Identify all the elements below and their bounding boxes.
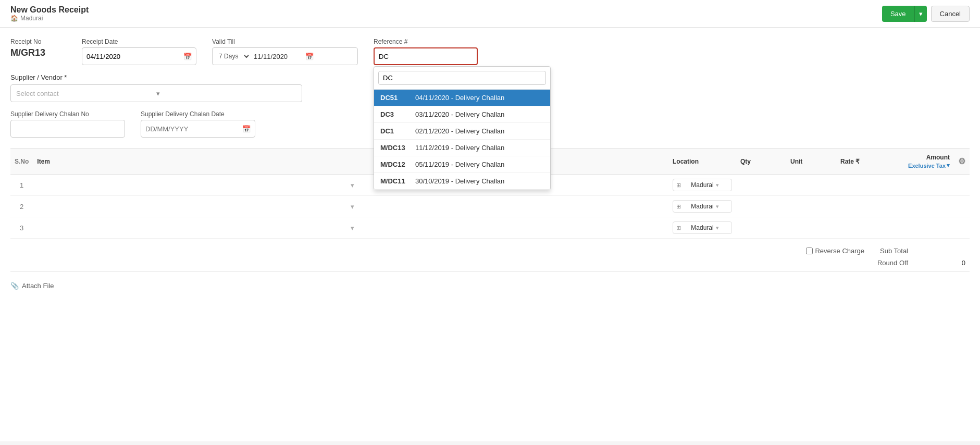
cell-rate: [836, 175, 891, 196]
delivery-chalan-no-label: Supplier Delivery Chalan No: [10, 110, 125, 118]
col-location: Location: [668, 149, 736, 175]
ref-item[interactable]: DC303/11/2020 - Delivery Challan: [374, 106, 550, 123]
ref-item[interactable]: M/DC1311/12/2019 - Delivery Challan: [374, 140, 550, 156]
rate-input-0[interactable]: [840, 181, 887, 190]
cell-location: ⊞ Madurai ▾: [668, 196, 736, 217]
delivery-chalan-no-input[interactable]: [10, 120, 125, 138]
top-bar-left: New Goods Receipt 🏠 Madurai: [10, 5, 89, 22]
save-dropdown-button[interactable]: ▾: [914, 6, 927, 22]
item-chevron-icon: ▾: [351, 203, 664, 211]
receipt-date-group: Receipt Date 📅: [82, 38, 196, 65]
delivery-chalan-date-field[interactable]: [145, 125, 242, 133]
ref-search-input[interactable]: [378, 71, 546, 85]
ref-item-detail: 04/11/2020 - Delivery Challan: [415, 94, 504, 102]
reference-input-box[interactable]: [374, 47, 478, 65]
location-select-0[interactable]: ⊞ Madurai ▾: [673, 179, 732, 191]
table-gear-icon[interactable]: ⚙: [958, 157, 965, 166]
cell-qty: [736, 217, 786, 239]
valid-till-days-select[interactable]: 7 Days 14 Days 30 Days: [217, 52, 251, 60]
save-button[interactable]: Save: [882, 6, 914, 22]
ref-item-detail: 02/11/2020 - Delivery Challan: [415, 127, 504, 135]
rate-input-1[interactable]: [840, 202, 887, 211]
cell-gear: [954, 196, 970, 217]
amount-label: Amount: [926, 154, 950, 161]
cell-item: ▾: [33, 175, 668, 196]
ref-item[interactable]: DC5104/11/2020 - Delivery Challan: [374, 90, 550, 106]
item-select-2[interactable]: ▾: [37, 224, 664, 232]
col-rate: Rate ₹: [836, 149, 891, 175]
cell-item: ▾: [33, 196, 668, 217]
item-select-1[interactable]: ▾: [37, 203, 664, 211]
cell-amount: [891, 217, 954, 239]
cell-unit: [786, 196, 836, 217]
reference-group: Reference # DC5104/11/2020 - Delivery Ch…: [374, 38, 478, 65]
valid-till-date: 11/11/2020: [254, 53, 302, 60]
reverse-charge-checkbox[interactable]: [806, 248, 813, 254]
location-chevron-icon: ▾: [716, 182, 728, 189]
unit-input-1[interactable]: [790, 202, 832, 211]
receipt-date-calendar-icon[interactable]: 📅: [183, 53, 192, 60]
ref-item-code: M/DC12: [380, 160, 409, 168]
supplier-select[interactable]: Select contact ▾: [10, 84, 302, 102]
ref-item-detail: 30/10/2019 - Delivery Challan: [415, 177, 504, 185]
col-qty: Qty: [736, 149, 786, 175]
location-chevron-icon: ▾: [716, 203, 728, 210]
ref-search-container: [374, 67, 550, 90]
exclusive-tax-toggle[interactable]: Exclusive Tax ▾: [908, 162, 950, 169]
col-amount: Amount Exclusive Tax ▾: [891, 149, 954, 175]
ref-item[interactable]: DC102/11/2020 - Delivery Challan: [374, 123, 550, 140]
col-unit: Unit: [786, 149, 836, 175]
qty-input-0[interactable]: [740, 181, 782, 190]
unit-input-2[interactable]: [790, 224, 832, 232]
reference-input[interactable]: [379, 53, 473, 60]
table-row: 3 ▾ ⊞ Madurai ▾: [10, 217, 970, 239]
page-subtitle: 🏠 Madurai: [10, 15, 89, 22]
reference-label: Reference #: [374, 38, 478, 45]
cell-rate: [836, 217, 891, 239]
footer-totals-row: Reverse Charge Sub Total: [10, 247, 970, 255]
unit-input-0[interactable]: [790, 181, 832, 190]
cell-qty: [736, 196, 786, 217]
ref-item-code: M/DC11: [380, 177, 409, 185]
rate-input-2[interactable]: [840, 224, 887, 232]
cell-item: ▾: [33, 217, 668, 239]
round-off-row: Round Off 0: [10, 259, 970, 267]
amount-header: Amount Exclusive Tax ▾: [896, 154, 950, 169]
receipt-no-value: M/GR13: [10, 47, 45, 58]
ref-item[interactable]: M/DC1205/11/2019 - Delivery Challan: [374, 156, 550, 173]
ref-item[interactable]: M/DC1130/10/2019 - Delivery Challan: [374, 173, 550, 190]
ref-item-code: M/DC13: [380, 144, 409, 152]
delivery-chalan-date-group: Supplier Delivery Chalan Date 📅: [141, 110, 255, 138]
receipt-date-field[interactable]: [86, 53, 183, 60]
attach-file-row[interactable]: 📎 Attach File: [10, 282, 970, 290]
supplier-placeholder: Select contact: [16, 90, 156, 97]
cell-gear: [954, 217, 970, 239]
cell-rate: [836, 196, 891, 217]
valid-till-group: Valid Till 7 Days 14 Days 30 Days 11/11/…: [212, 38, 358, 65]
save-button-group: Save ▾: [882, 6, 927, 22]
table-row: 2 ▾ ⊞ Madurai ▾: [10, 196, 970, 217]
cell-sno: 2: [10, 196, 33, 217]
col-item: Item: [33, 149, 668, 175]
qty-input-2[interactable]: [740, 224, 782, 232]
col-sno: S.No: [10, 149, 33, 175]
top-bar: New Goods Receipt 🏠 Madurai Save ▾ Cance…: [0, 0, 980, 28]
delivery-chalan-date-input[interactable]: 📅: [141, 120, 255, 138]
receipt-no-label: Receipt No: [10, 38, 45, 45]
delivery-chalan-no-group: Supplier Delivery Chalan No: [10, 110, 125, 138]
valid-till-label: Valid Till: [212, 38, 358, 45]
valid-till-calendar-icon[interactable]: 📅: [305, 53, 354, 60]
ref-item-detail: 05/11/2019 - Delivery Challan: [415, 160, 504, 168]
location-chevron-icon: ▾: [716, 225, 728, 231]
cell-location: ⊞ Madurai ▾: [668, 175, 736, 196]
valid-till-input[interactable]: 7 Days 14 Days 30 Days 11/11/2020 📅: [212, 47, 358, 65]
location-select-1[interactable]: ⊞ Madurai ▾: [673, 200, 732, 213]
page-title: New Goods Receipt: [10, 5, 89, 15]
delivery-chalan-calendar-icon[interactable]: 📅: [242, 125, 251, 133]
cancel-button[interactable]: Cancel: [931, 6, 970, 22]
qty-input-1[interactable]: [740, 202, 782, 211]
cell-unit: [786, 217, 836, 239]
receipt-date-input[interactable]: 📅: [82, 47, 196, 65]
item-select-0[interactable]: ▾: [37, 181, 664, 189]
location-select-2[interactable]: ⊞ Madurai ▾: [673, 221, 732, 234]
